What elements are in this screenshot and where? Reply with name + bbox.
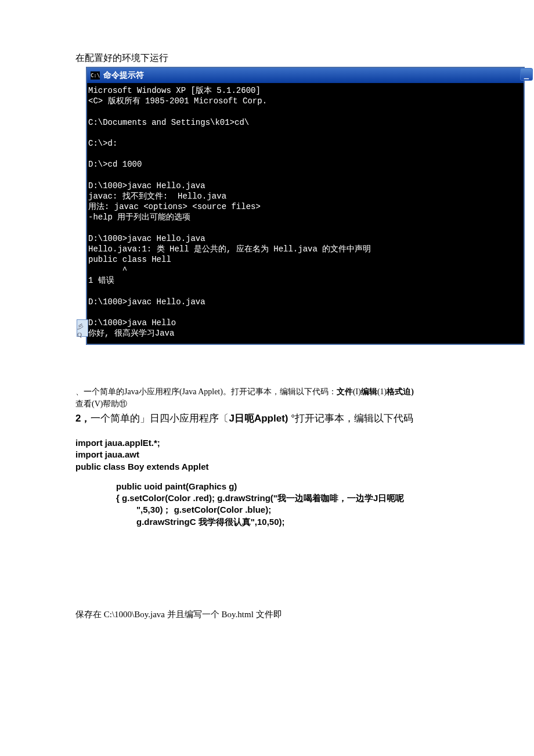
code-line-7: g.drawStringC 我学得很认真",10,50); [75,516,459,528]
para2-after: °打开记事本，编辑以下代码 [288,413,413,424]
para1-bold-2: 编辑 [361,387,377,396]
para1-bold-1: 文件 [337,387,353,396]
code-l7b: 我学得很认真",10,50); [199,517,285,527]
para2-bold: J日呃Applet) [229,413,288,424]
minimize-button[interactable]: _ [520,68,533,81]
code-l7a: g.drawStringC [136,517,199,527]
para1-text-2: (I) [353,387,361,396]
code-line-3: public class Boy extends Applet [75,461,459,473]
cmd-icon: C:\ [91,71,100,80]
code-block: import jaua.applEt.*; import jaua.awt pu… [75,437,459,528]
command-prompt-window: C:\ 命令提示符 _ □ Microsoft Windows XP [版本 5… [86,67,525,345]
title-bar: C:\ 命令提示符 [87,68,524,83]
side-marker: 彡Q [77,319,88,337]
code-l5a: { g.setColor(Color .red); g.drawString(" [116,493,277,503]
window-title: 命令提示符 [103,70,144,81]
para1-bold-3: 格式迫) [387,387,414,396]
code-l5b: 我一边喝着咖啡，一边学J日呃呢 [277,493,404,503]
paragraph-1: 、一个简单的Java小应用程序(Java Applet)。打开记事本，编辑以下代… [75,386,459,410]
para1-line2: 查看(V)帮助⑪ [75,399,127,408]
footer-text: 保存在 C:\1000\Boy.java 并且编写一个 Boy.html 文件即 [75,609,459,620]
code-line-5: { g.setColor(Color .red); g.drawString("… [75,492,459,504]
terminal-output: Microsoft Windows XP [版本 5.1.2600] <C> 版… [87,83,524,344]
para1-text-1: 、一个简单的Java小应用程序(Java Applet)。打开记事本，编辑以下代… [75,387,337,396]
code-line-6: ",5,30)； g.setColor(Color .blue); [75,504,459,516]
intro-text: 在配置好的环境下运行 [75,52,459,64]
code-line-2: import jaua.awt [75,449,459,460]
para2-prefix: 2， [75,413,91,424]
code-line-1: import jaua.applEt.*; [75,437,459,449]
para1-text-3: (1) [377,387,387,396]
window-controls: _ □ [520,68,534,81]
para2-before: 一个简单的」日四小应用程序〔 [91,413,229,424]
code-line-4: public uoid paint(Graphics g) [75,481,459,492]
paragraph-2: 2，一个简单的」日四小应用程序〔J日呃Applet) °打开记事本，编辑以下代码 [75,411,459,426]
